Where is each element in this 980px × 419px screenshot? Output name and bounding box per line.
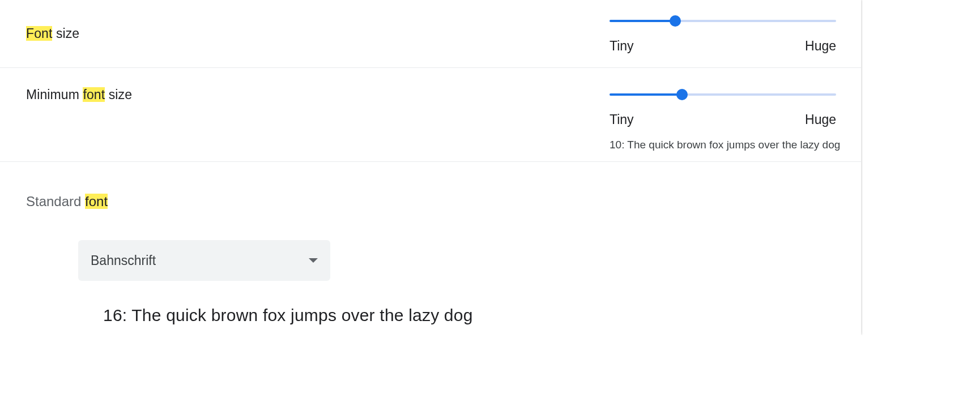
min-font-size-slider[interactable] bbox=[610, 87, 836, 102]
min-font-label-pre: Minimum bbox=[26, 87, 83, 102]
slider-thumb[interactable] bbox=[670, 15, 681, 27]
standard-font-title-pre: Standard bbox=[26, 194, 85, 209]
highlight-span: font bbox=[83, 87, 105, 102]
min-font-size-slider-box: Tiny Huge 10: The quick brown fox jumps … bbox=[610, 87, 836, 151]
min-font-size-sample: 10: The quick brown fox jumps over the l… bbox=[610, 139, 836, 151]
slider-thumb[interactable] bbox=[676, 89, 688, 100]
standard-font-dropdown[interactable]: Bahnschrift bbox=[78, 240, 330, 281]
slider-track-fill bbox=[610, 20, 675, 22]
slider-max-label: Huge bbox=[805, 39, 836, 54]
chevron-down-icon bbox=[309, 258, 318, 263]
standard-font-title: Standard font bbox=[26, 194, 835, 210]
font-size-slider-box: Tiny Huge bbox=[610, 14, 836, 54]
font-size-label-rest: size bbox=[52, 26, 79, 41]
min-font-size-row: Minimum font size Tiny Huge 10: The quic… bbox=[0, 68, 861, 162]
highlight-span: Font bbox=[26, 26, 52, 41]
slider-min-label: Tiny bbox=[610, 39, 634, 54]
min-font-size-label: Minimum font size bbox=[26, 87, 132, 102]
min-font-size-slider-labels: Tiny Huge bbox=[610, 112, 836, 127]
standard-font-section: Standard font Bahnschrift 16: The quick … bbox=[0, 162, 861, 335]
min-font-label-post: size bbox=[105, 87, 132, 102]
slider-track-fill bbox=[610, 93, 682, 96]
font-size-slider-labels: Tiny Huge bbox=[610, 39, 836, 54]
highlight-span: font bbox=[85, 194, 108, 209]
font-size-row: Font size Tiny Huge bbox=[0, 0, 861, 68]
font-size-label: Font size bbox=[26, 26, 79, 41]
standard-font-sample: 16: The quick brown fox jumps over the l… bbox=[103, 306, 835, 325]
slider-min-label: Tiny bbox=[610, 112, 634, 127]
standard-font-selected: Bahnschrift bbox=[91, 253, 156, 268]
slider-max-label: Huge bbox=[805, 112, 836, 127]
font-size-slider[interactable] bbox=[610, 14, 836, 28]
